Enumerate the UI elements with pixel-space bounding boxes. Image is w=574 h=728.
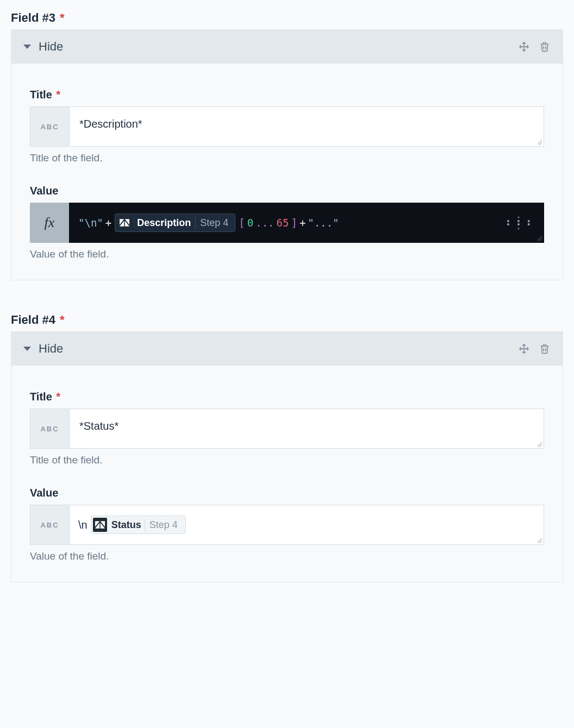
panel-body: Title * ABC *Description* Title of the f… (11, 64, 563, 280)
value-help-text: Value of the field. (30, 248, 544, 260)
title-input[interactable]: *Status* (69, 409, 544, 449)
formula-input[interactable]: "\n" + Description Step 4 [ 0 ... 65 (69, 203, 544, 243)
type-badge-abc: ABC (30, 106, 69, 147)
collapse-label: Hide (39, 40, 63, 54)
zendesk-icon (117, 216, 132, 230)
reorder-handle-icon[interactable]: ▴ • • •• • • ▾ (506, 214, 535, 231)
title-label: Title * (30, 89, 544, 101)
resize-handle-icon[interactable] (535, 440, 542, 447)
field-header-text: Field #3 (11, 11, 55, 24)
collapse-toggle[interactable]: Hide (23, 342, 63, 356)
trash-icon[interactable] (539, 41, 551, 53)
field-header: Field #4 * (11, 313, 563, 327)
pill-name: Status (111, 519, 145, 531)
zendesk-icon (93, 518, 107, 532)
value-input[interactable]: \n Status Step 4 (69, 505, 544, 545)
value-input-row: ABC \n Status Step 4 (30, 505, 544, 545)
required-indicator: * (56, 89, 60, 101)
value-input-row: fx "\n" + Description Step 4 [ (30, 203, 544, 243)
type-badge-fx: fx (30, 203, 69, 243)
operator-token: + (105, 217, 111, 229)
caret-down-icon (23, 45, 31, 49)
datapill-description[interactable]: Description Step 4 (115, 214, 235, 232)
required-indicator: * (60, 11, 65, 24)
field-block-3: Field #3 * Hide (11, 11, 563, 280)
move-handle-icon[interactable] (518, 343, 530, 355)
resize-handle-icon[interactable] (535, 138, 542, 145)
move-handle-icon[interactable] (518, 41, 530, 53)
value-label: Value (30, 487, 544, 499)
value-label: Value (30, 185, 544, 197)
title-input-row: ABC *Status* (30, 409, 544, 449)
string-token: "..." (308, 217, 339, 229)
collapse-toggle[interactable]: Hide (23, 40, 63, 54)
datapill-status[interactable]: Status Step 4 (91, 516, 186, 534)
panel-body: Title * ABC *Status* Title of the field.… (11, 366, 563, 582)
resize-handle-icon[interactable] (535, 234, 542, 241)
caret-down-icon (23, 347, 31, 351)
pill-step: Step 4 (195, 217, 233, 229)
field-panel: Hide Title * (11, 29, 563, 280)
title-input[interactable]: *Description* (69, 106, 544, 147)
literal-text: \n (78, 519, 88, 531)
required-indicator: * (56, 391, 60, 403)
title-label: Title * (30, 391, 544, 403)
type-badge-abc: ABC (30, 409, 69, 449)
panel-toolbar: Hide (11, 332, 563, 366)
title-help-text: Title of the field. (30, 152, 544, 164)
formula-content: "\n" + Description Step 4 [ 0 ... 65 (78, 214, 339, 232)
number-token: 0 (247, 217, 253, 229)
number-token: 65 (277, 217, 289, 229)
resize-handle-icon[interactable] (535, 536, 542, 543)
operator-token: + (300, 217, 305, 229)
required-indicator: * (60, 313, 65, 327)
trash-icon[interactable] (539, 343, 551, 355)
dots-token: ... (255, 217, 274, 229)
pill-step: Step 4 (145, 519, 182, 531)
field-header-text: Field #4 (11, 313, 55, 327)
field-header: Field #3 * (11, 11, 563, 25)
panel-toolbar: Hide (11, 30, 563, 64)
pill-name: Description (136, 217, 195, 229)
title-input-row: ABC *Description* (30, 106, 544, 147)
bracket-token: ] (291, 217, 297, 229)
value-help-text: Value of the field. (30, 550, 544, 562)
title-help-text: Title of the field. (30, 454, 544, 466)
collapse-label: Hide (39, 342, 63, 356)
field-panel: Hide Title * (11, 331, 563, 582)
field-block-4: Field #4 * Hide (11, 313, 563, 582)
bracket-token: [ (239, 217, 245, 229)
string-token: "\n" (78, 217, 103, 229)
type-badge-abc: ABC (30, 505, 69, 545)
